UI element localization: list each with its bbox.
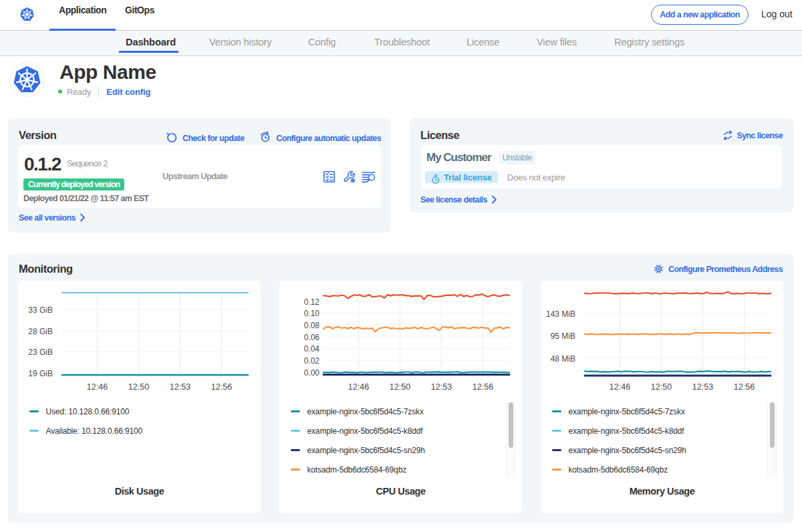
svg-text:12:50: 12:50 bbox=[651, 382, 672, 392]
svg-text:12:56: 12:56 bbox=[473, 382, 493, 392]
svg-text:12:46: 12:46 bbox=[610, 382, 630, 392]
svg-text:143 MiB: 143 MiB bbox=[546, 309, 575, 319]
svg-text:12:53: 12:53 bbox=[431, 382, 452, 392]
svg-text:12:56: 12:56 bbox=[734, 382, 755, 392]
svg-text:0.06: 0.06 bbox=[304, 333, 320, 342]
svg-text:12:56: 12:56 bbox=[211, 382, 232, 392]
svg-text:95 MiB: 95 MiB bbox=[551, 331, 575, 341]
svg-text:28 GiB: 28 GiB bbox=[28, 327, 53, 336]
svg-text:0.10: 0.10 bbox=[304, 309, 320, 318]
svg-text:12:53: 12:53 bbox=[170, 382, 190, 392]
svg-text:0.08: 0.08 bbox=[304, 321, 320, 330]
svg-text:12:53: 12:53 bbox=[692, 382, 713, 392]
svg-text:0.04: 0.04 bbox=[304, 344, 320, 354]
svg-text:23 GiB: 23 GiB bbox=[28, 348, 53, 357]
svg-text:12:46: 12:46 bbox=[87, 382, 108, 392]
svg-text:19 GiB: 19 GiB bbox=[28, 369, 53, 378]
svg-text:12:50: 12:50 bbox=[128, 382, 149, 392]
svg-text:12:46: 12:46 bbox=[348, 382, 369, 392]
svg-text:0.12: 0.12 bbox=[304, 297, 320, 307]
svg-text:0.02: 0.02 bbox=[304, 356, 320, 366]
svg-text:48 MiB: 48 MiB bbox=[551, 354, 575, 364]
svg-text:12:50: 12:50 bbox=[390, 382, 410, 392]
svg-text:0.00: 0.00 bbox=[304, 368, 320, 378]
svg-text:33 GiB: 33 GiB bbox=[28, 305, 53, 315]
